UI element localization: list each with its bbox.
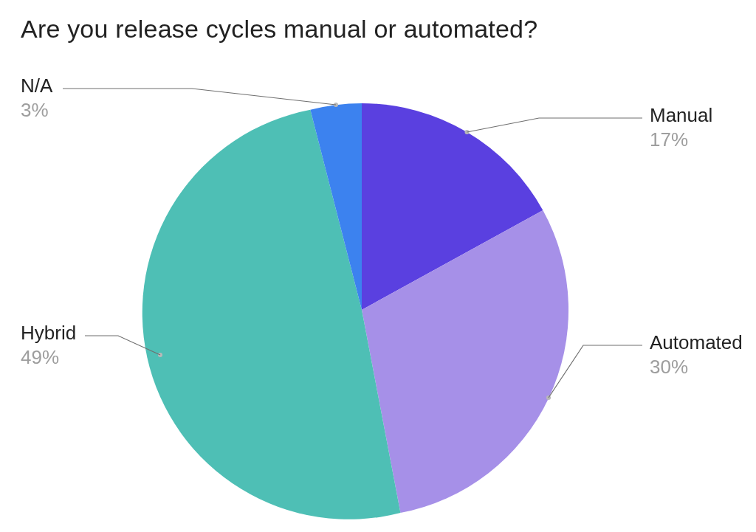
label-manual-pct: 17% [650,128,712,152]
label-na-name: N/A [21,74,52,98]
pie-slices [142,103,568,519]
pie-chart [0,0,756,532]
label-automated: Automated 30% [650,331,743,379]
label-manual-name: Manual [650,103,712,128]
label-na-pct: 3% [21,98,52,122]
label-automated-name: Automated [650,331,743,355]
label-hybrid-pct: 49% [21,345,76,370]
label-hybrid: Hybrid 49% [21,321,76,369]
label-manual: Manual 17% [650,103,712,151]
label-na: N/A 3% [21,74,52,122]
label-hybrid-name: Hybrid [21,321,76,345]
label-automated-pct: 30% [650,355,743,379]
chart-container: Are you release cycles manual or automat… [0,0,756,532]
